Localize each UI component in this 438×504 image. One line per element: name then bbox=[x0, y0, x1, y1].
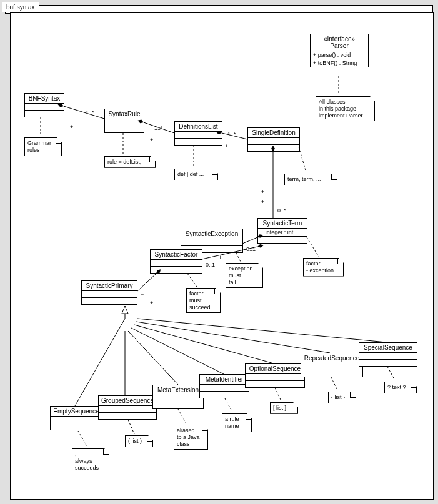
note-empty: ;alwayssucceeds bbox=[72, 448, 109, 473]
mult-1star-3: 1..* bbox=[227, 131, 236, 137]
empty-sec bbox=[151, 260, 202, 267]
empty-sec bbox=[301, 363, 362, 370]
empty-sec bbox=[99, 413, 156, 419]
class-syntacticterm: SyntacticTerm + integer : int bbox=[257, 218, 307, 244]
mult-plus-2: + bbox=[150, 137, 153, 143]
mult-0one-1: 0..1 bbox=[246, 246, 256, 252]
package-tab: bnf.syntax bbox=[2, 2, 39, 12]
class-syntacticfactor: SyntacticFactor bbox=[150, 249, 202, 274]
class-metaextension: MetaExtension bbox=[152, 385, 204, 409]
empty-sec bbox=[248, 138, 299, 145]
parser-op2: + toBNF() : String bbox=[311, 59, 368, 67]
empty-sec bbox=[301, 370, 362, 377]
note-optional: [ list ] bbox=[270, 402, 298, 414]
empty-sec bbox=[181, 239, 242, 246]
syntprimary-name: SyntacticPrimary bbox=[82, 281, 137, 291]
class-metaidentifier: MetaIdentifier bbox=[199, 374, 249, 398]
note-special: ? text ? bbox=[384, 382, 417, 393]
class-repeatedsequence: RepeatedSequence bbox=[301, 353, 363, 377]
note-terms: term, term, ... bbox=[284, 174, 337, 185]
class-bnfsyntax: BNFSyntax bbox=[24, 93, 64, 117]
empty-sec bbox=[105, 119, 144, 126]
metaid-name: MetaIdentifier bbox=[200, 375, 249, 385]
class-definitionslist: DefinitionsList bbox=[174, 121, 222, 146]
syntfactor-name: SyntacticFactor bbox=[151, 250, 202, 260]
mult-plus-1: + bbox=[70, 124, 73, 130]
bnfsyntax-name: BNFSyntax bbox=[25, 94, 64, 104]
empty-sec bbox=[51, 417, 102, 423]
parser-op1: + parse() : void bbox=[311, 51, 368, 59]
note-factorsucceed: factormustsucceed bbox=[186, 288, 221, 313]
empty-sec bbox=[105, 126, 144, 132]
empty-sec bbox=[246, 374, 304, 381]
mult-0one-2: 0..1 bbox=[206, 262, 215, 268]
metaext-name: MetaExtension bbox=[153, 385, 203, 395]
empty-sec bbox=[82, 291, 137, 298]
note-parser: All classesin this packageimplement Pars… bbox=[316, 96, 375, 121]
note-excfail: exceptionmustfail bbox=[226, 263, 263, 288]
note-metaid: a rulename bbox=[222, 413, 252, 432]
mult-1star-2: 1..* bbox=[154, 125, 163, 131]
empty-sec bbox=[248, 145, 299, 151]
repseq-name: RepeatedSequence bbox=[301, 353, 362, 363]
mult-plus-6b: + bbox=[150, 300, 153, 306]
note-metaext: aliasedto a Javaclass bbox=[174, 425, 208, 450]
specseq-name: SpecialSequence bbox=[359, 343, 417, 353]
optseq-name: OptionalSequence bbox=[246, 364, 304, 374]
note-factorexc: factor- exception bbox=[303, 258, 344, 277]
class-parser: «Interface»Parser + parse() : void + toB… bbox=[310, 34, 369, 67]
empty-sec bbox=[25, 111, 64, 117]
empty-sec bbox=[246, 381, 304, 387]
defslist-name: DefinitionsList bbox=[175, 122, 222, 132]
mult-plus-3: + bbox=[225, 143, 228, 149]
mult-plus-4b: + bbox=[261, 199, 264, 205]
syntterm-attr: + integer : int bbox=[258, 229, 307, 237]
class-singledefinition: SingleDefinition bbox=[247, 127, 300, 152]
empty-sec bbox=[153, 402, 203, 408]
empty-sec bbox=[175, 132, 222, 139]
parser-header: «Interface»Parser bbox=[311, 34, 368, 51]
mult-plus-5: + bbox=[219, 254, 222, 260]
class-syntaxrule: SyntaxRule bbox=[104, 109, 144, 133]
note-grammar: Grammarrules bbox=[24, 137, 62, 156]
class-syntacticprimary: SyntacticPrimary bbox=[81, 280, 137, 305]
class-groupedsequence: GroupedSequence bbox=[98, 395, 157, 420]
mult-plus-6: + bbox=[141, 292, 144, 298]
empty-sec bbox=[200, 392, 249, 398]
groupedseq-name: GroupedSequence bbox=[99, 396, 156, 406]
note-defs: def | def ... bbox=[174, 169, 218, 180]
mult-0star: 0..* bbox=[277, 207, 286, 214]
syntterm-name: SyntacticTerm bbox=[258, 219, 307, 229]
diagram-canvas: bnf.syntax «Interface»Parser + parse() :… bbox=[0, 0, 438, 504]
class-emptysequence: EmptySequence bbox=[50, 406, 102, 430]
empty-sec bbox=[99, 406, 156, 413]
syntexc-name: SyntacticException bbox=[181, 229, 242, 239]
note-repeated: { list } bbox=[328, 392, 356, 403]
mult-plus-4: + bbox=[261, 189, 264, 195]
emptyseq-name: EmptySequence bbox=[51, 407, 102, 417]
empty-sec bbox=[200, 385, 249, 392]
mult-1star-1: 1..* bbox=[86, 109, 94, 116]
empty-sec bbox=[25, 104, 64, 111]
class-optionalsequence: OptionalSequence bbox=[245, 363, 305, 388]
empty-sec bbox=[82, 298, 137, 304]
empty-sec bbox=[359, 360, 417, 366]
empty-sec bbox=[151, 267, 202, 273]
singledef-name: SingleDefinition bbox=[248, 128, 299, 138]
empty-sec bbox=[175, 139, 222, 145]
note-grouped: ( list ) bbox=[125, 435, 153, 447]
empty-sec bbox=[359, 353, 417, 360]
class-specialsequence: SpecialSequence bbox=[359, 342, 417, 367]
empty-sec bbox=[153, 395, 203, 402]
empty-sec bbox=[51, 423, 102, 430]
empty-sec bbox=[258, 237, 307, 243]
syntaxrule-name: SyntaxRule bbox=[105, 109, 144, 119]
note-rule: rule = defList; bbox=[104, 156, 156, 168]
